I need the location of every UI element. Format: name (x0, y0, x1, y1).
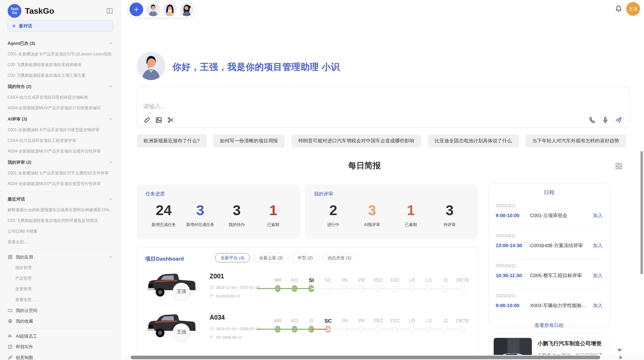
join-button[interactable]: 加入 (593, 302, 603, 309)
sidebar-section-ai-review[interactable]: AI评审 (3) (8, 113, 113, 125)
sidebar-item-view-all[interactable]: 查看全部... (8, 237, 113, 247)
user-avatar[interactable]: 王强 (626, 2, 640, 16)
milestone-LS: LS (420, 276, 437, 293)
join-button[interactable]: 加入 (593, 212, 603, 219)
project-dates: 2023-12-19 ~ 2027-01-19 (210, 285, 259, 290)
sidebar-item[interactable]: C0X4-动力总成开发项目工程变更评审 (8, 135, 113, 146)
sidebar-creative-draw[interactable]: 创意制图 (8, 352, 113, 360)
event-title: C001-立项审批会 (530, 212, 590, 219)
sidebar-item[interactable]: C02-飞腾新能源轻客改款项目立项汇报方案 (8, 70, 113, 81)
agent-avatar-2[interactable] (163, 3, 177, 16)
sidebar-section-recent[interactable]: 最近对话 (8, 193, 113, 205)
sidebar-app-view-all[interactable]: 查看全部... (8, 294, 113, 305)
suggestion-chip[interactable]: 比亚迪全固态电池计划具体说了什么 (428, 134, 519, 147)
project-name[interactable]: A034 (210, 314, 225, 321)
sidebar-item[interactable]: C02-飞腾新能源轻客改款项目里程碑画布 (8, 59, 113, 70)
sidebar-item[interactable]: A034-全新新能源MUV产品开发项目法规符合性评审 (8, 146, 113, 157)
chevron-up-icon (108, 197, 113, 202)
sidebar-item[interactable]: Z001-全新燃油轻卡产品开发项目SI节点属性5D文件评审 (8, 168, 113, 178)
tab-powertrain-dev[interactable]: 动总开发 (1) (322, 253, 357, 262)
app-title: TaskGo (25, 6, 103, 16)
send-icon[interactable] (615, 116, 622, 124)
milestone-OKTB: OKTB (454, 316, 471, 334)
sidebar-favorites[interactable]: 我的收藏 (8, 316, 113, 326)
my-review-card: 我的评审 2 进行中 3 AI预评审 1 已逾期 3 待评审 (305, 185, 478, 239)
grid-icon[interactable] (614, 162, 623, 170)
chevron-up-icon (108, 254, 113, 260)
sidebar-item[interactable]: A034-全新新能源MUV产品开发项目造型可行性评审 (8, 178, 113, 189)
sidebar-item[interactable]: Z001-全新燃油皮卡产品开发项目SI节点Lesson Learn报告 (8, 49, 113, 59)
image-icon[interactable] (155, 116, 163, 124)
vertical-scrollbar-thumb[interactable] (640, 151, 643, 274)
milestone-KO: KO (286, 316, 303, 334)
sidebar-section-agent-done[interactable]: Agent已办 (3) (8, 38, 113, 49)
milestone-label: SI (303, 276, 320, 285)
sidebar-creative-draw-label: 创意制图 (16, 355, 113, 360)
divider (6, 249, 115, 250)
sidebar-item[interactable]: 解释最新出台的欧盟报废车法规再生塑料比例被调至15%... (8, 205, 113, 215)
project-milestone-date: SI-2025-05-17 (210, 294, 240, 298)
scissors-icon[interactable] (167, 116, 175, 124)
milestone-label: OKTB (454, 276, 471, 285)
card-title: 任务进度 (145, 191, 291, 197)
stat-label: 新增完成任务 (145, 222, 182, 228)
assistant-avatar (137, 52, 165, 80)
horizontal-scrollbar-thumb[interactable] (131, 356, 600, 359)
dashboard-title: 项目Dashboard (145, 255, 184, 262)
suggestion-chip[interactable]: 欧洲新规最近颁布了什么? (137, 134, 207, 147)
scroll-down-arrow[interactable] (617, 349, 622, 352)
tab-new-platform[interactable]: 全新平台 (4) (215, 253, 250, 262)
sidebar-cloud-space[interactable]: 我的云空间 (8, 305, 113, 316)
chat-input[interactable] (143, 101, 525, 111)
project-name[interactable]: Z001 (210, 273, 224, 280)
suggestion-chip[interactable]: 特朗普可能对进口汽车增税会对中国车企造成哪些影响 (291, 134, 421, 147)
sidebar-item[interactable]: 公司Q3轻卡销量 (8, 226, 113, 237)
view-all-schedule-link[interactable]: 查看所有日程 (496, 320, 603, 331)
microphone-icon[interactable] (602, 116, 609, 124)
sidebar-item[interactable]: Z001-全新燃油轻卡产品开发项目SI造型提交物评审 (8, 125, 113, 135)
suggestion-chip[interactable]: 如何写一份清晰的项目周报 (213, 134, 285, 147)
sidebar-app-project-mgmt[interactable]: 项目管理 (8, 262, 113, 273)
sidebar-section-my-todo[interactable]: 我的待办 (2) (8, 81, 113, 92)
sidebar-app-product-mgmt[interactable]: 产品管理 (8, 273, 113, 284)
clock-icon (210, 285, 214, 290)
section-title: Agent已办 (3) (8, 40, 35, 46)
notifications-bell-icon[interactable] (614, 5, 623, 13)
sidebar-app-change-mgmt[interactable]: 变更管理 (8, 284, 113, 294)
milestone-FEC: FEC (387, 276, 404, 293)
sidebar-item[interactable]: C02-飞腾新能源轻客改款项目的闭环通告反馈情况 (8, 215, 113, 226)
stat-value: 3 (353, 201, 392, 220)
phone-icon[interactable] (588, 116, 596, 124)
schedule-event: 2025/03/11 9:00-10:00 C001-立项审批会 加入 (496, 200, 603, 230)
logo-text-2: Go (12, 11, 17, 15)
sidebar-my-apps-label: 我的应用 (16, 254, 105, 260)
sidebar-item[interactable]: A034-全新新能源MUV产品开发项目计划变更表编写 (8, 103, 113, 113)
flag-icon (210, 294, 214, 298)
sidebar-help-write[interactable]: 帮我写作 (8, 341, 113, 352)
sidebar-favorites-label: 我的收藏 (16, 318, 113, 324)
suggestion-chip[interactable]: 当下年轻人对汽车外观有怎样的喜好趋势 (525, 134, 626, 147)
join-button[interactable]: 加入 (593, 242, 603, 249)
milestone-SI: SI (303, 316, 320, 334)
panel-collapse-icon[interactable] (106, 7, 113, 14)
sidebar-my-apps[interactable]: 我的应用 (8, 252, 113, 262)
tab-model-year[interactable]: 年型 (2) (292, 253, 318, 262)
agent-avatar-3[interactable] (180, 3, 194, 16)
agent-avatar-1[interactable] (146, 3, 160, 16)
milestone-label: J1 (437, 276, 454, 285)
new-chat-button[interactable]: 新对话 (8, 20, 113, 32)
stat-new-ai-completed: 3 新增AI完成任务 (182, 201, 219, 228)
paperclip-icon[interactable] (143, 116, 150, 124)
milestone-LS: LS (420, 316, 437, 334)
task-progress-card: 任务进度 24 新增完成任务 3 新增AI完成任务 3 我的待办 1 已逾期 (137, 185, 300, 239)
join-button[interactable]: 加入 (593, 272, 603, 279)
schedule-event: 2025/03/11 10:30-11:30 C005-整车工程目标评审 加入 (496, 260, 603, 290)
schedule-title: 日程 (496, 185, 603, 200)
milestone-SI: SI (303, 276, 320, 293)
add-agent-button[interactable] (129, 3, 143, 16)
sidebar-section-my-review[interactable]: 我的评审 (2) (8, 157, 113, 168)
sidebar-ai-super-staff[interactable]: AI超级员工 (8, 331, 113, 341)
sidebar-item[interactable]: C0X4-动力总成开发项目SI里程碑提交物检查 (8, 92, 113, 103)
scroll-right-arrow[interactable] (620, 355, 622, 359)
tab-new-upfit[interactable]: 全新上装 (3) (254, 253, 288, 262)
